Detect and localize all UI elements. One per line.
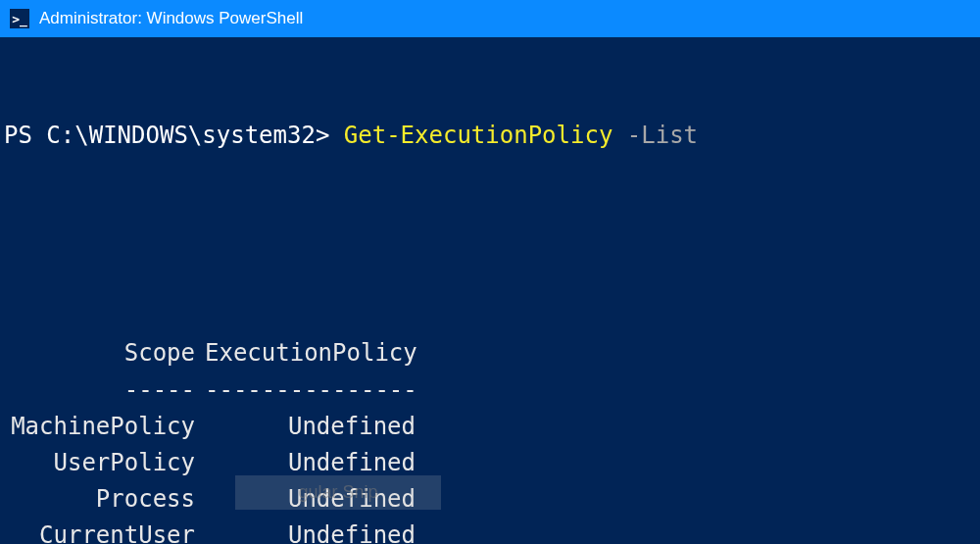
powershell-icon-glyph: >_ [12, 12, 27, 26]
column-divider-policy: --------------- [195, 372, 416, 409]
powershell-icon: >_ [10, 9, 29, 28]
cmdlet-name: Get-ExecutionPolicy [344, 122, 613, 149]
window-title: Administrator: Windows PowerShell [39, 9, 303, 28]
command-line-1: PS C:\WINDOWS\system32> Get-ExecutionPol… [0, 118, 980, 154]
prompt-prefix: PS C:\WINDOWS\system32> [4, 122, 329, 149]
window-titlebar[interactable]: >_ Administrator: Windows PowerShell [0, 0, 980, 37]
row-policy: Undefined [195, 518, 416, 544]
row-scope: CurrentUser [4, 518, 195, 544]
command-output: ScopeExecutionPolicy -------------------… [0, 299, 980, 544]
row-scope: UserPolicy [4, 445, 195, 481]
column-header-policy: ExecutionPolicy [195, 335, 416, 371]
column-header-scope: Scope [4, 335, 195, 371]
row-policy: Undefined [195, 481, 416, 518]
row-scope: Process [4, 481, 195, 518]
cmdlet-parameter: -List [627, 122, 698, 149]
row-policy: Undefined [195, 445, 416, 481]
terminal-output-area[interactable]: PS C:\WINDOWS\system32> Get-ExecutionPol… [0, 37, 980, 544]
row-policy: Undefined [195, 409, 416, 445]
column-divider-scope: ----- [4, 372, 195, 409]
row-scope: MachinePolicy [4, 409, 195, 445]
